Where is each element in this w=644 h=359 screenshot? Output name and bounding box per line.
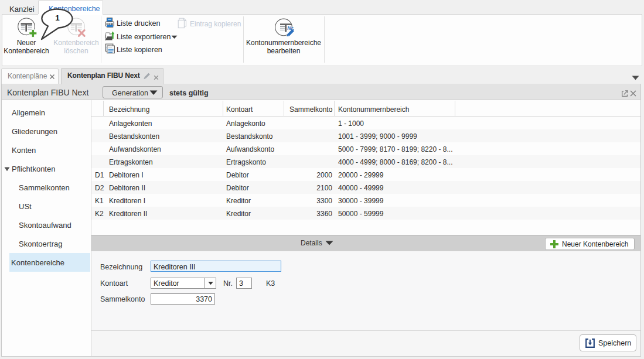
svg-text:1: 1 xyxy=(55,13,60,22)
